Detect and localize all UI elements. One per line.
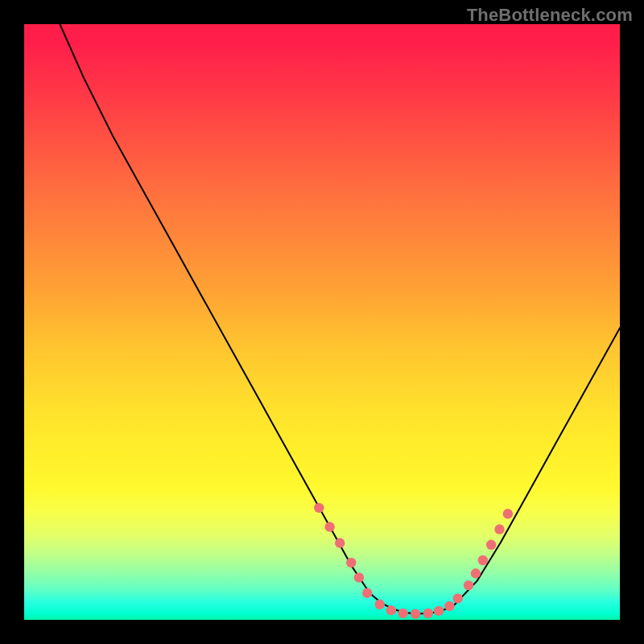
marker-dot <box>375 600 385 609</box>
marker-dot <box>486 540 496 550</box>
marker-dot <box>411 609 420 618</box>
curve-line <box>60 24 620 614</box>
marker-dot <box>453 593 463 603</box>
marker-dot <box>444 601 454 611</box>
marker-dot <box>346 558 356 568</box>
curve-markers <box>314 503 513 619</box>
chart-svg <box>24 24 620 620</box>
marker-dot <box>494 524 504 534</box>
marker-dot <box>464 580 473 590</box>
marker-dot <box>335 538 345 547</box>
chart-frame: TheBottleneck.com <box>0 0 644 644</box>
attribution-text: TheBottleneck.com <box>467 5 633 26</box>
marker-dot <box>314 503 324 513</box>
marker-dot <box>434 606 444 616</box>
curve-path <box>60 24 620 614</box>
marker-dot <box>478 555 488 565</box>
marker-dot <box>354 572 364 582</box>
marker-dot <box>471 568 481 578</box>
marker-dot <box>362 588 372 598</box>
marker-dot <box>398 609 407 618</box>
plot-area <box>24 24 620 620</box>
marker-dot <box>503 509 513 518</box>
marker-dot <box>386 605 396 615</box>
marker-dot <box>423 609 433 618</box>
marker-dot <box>324 522 334 531</box>
